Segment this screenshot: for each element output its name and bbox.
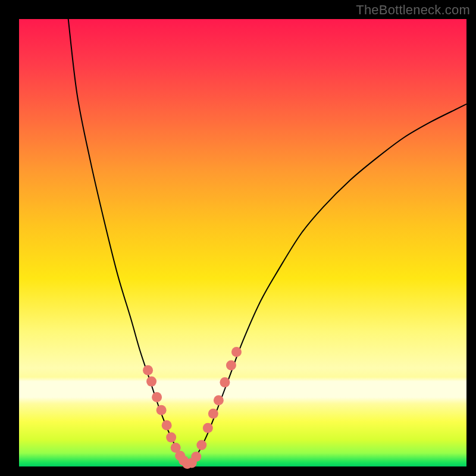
highlight-dot — [196, 440, 206, 450]
curve-layer — [19, 19, 466, 466]
highlight-dot — [191, 452, 201, 462]
highlight-dots-group — [143, 347, 242, 469]
highlight-dot — [143, 365, 153, 375]
highlight-dot — [203, 423, 213, 433]
highlight-dot — [162, 420, 172, 430]
curve-left — [68, 19, 189, 465]
plot-area — [19, 19, 466, 466]
highlight-dot — [166, 433, 176, 443]
chart-outer-frame: TheBottleneck.com — [0, 0, 476, 476]
highlight-dot — [226, 361, 236, 371]
highlight-dot — [152, 392, 162, 402]
highlight-dot — [208, 409, 218, 419]
highlight-dot — [214, 395, 224, 405]
highlight-dot — [156, 405, 167, 415]
watermark-text: TheBottleneck.com — [356, 2, 470, 18]
highlight-dot — [231, 347, 242, 357]
highlight-dot — [146, 377, 156, 387]
highlight-dot — [220, 377, 230, 387]
curve-right — [189, 104, 466, 465]
